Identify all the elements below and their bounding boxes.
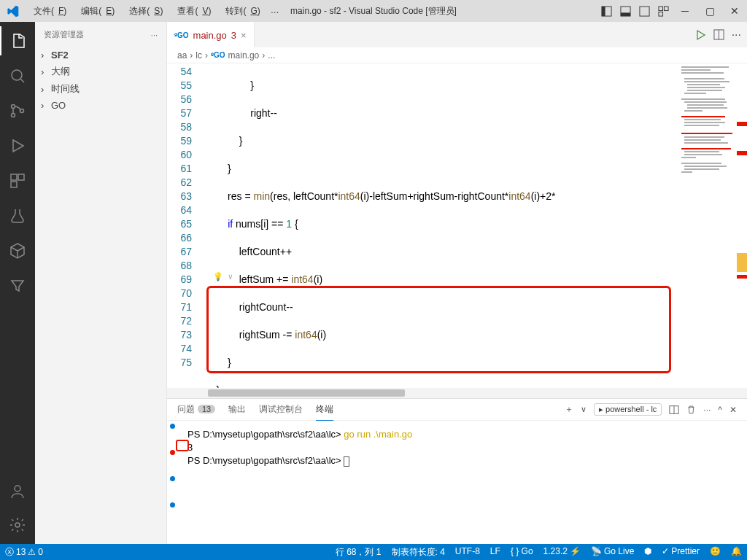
status-cursor[interactable]: 行 68，列 1 [330,546,387,559]
svg-rect-13 [18,174,24,180]
terminal-split-icon[interactable]: ∨ [581,405,587,414]
status-go-version[interactable]: 1.23.2 ⚡ [538,546,586,556]
svg-point-8 [12,70,22,80]
terminal-selector[interactable]: ▸ powershell - lc [594,403,662,416]
status-indent[interactable]: 制表符长度: 4 [387,546,450,559]
pkg-icon[interactable] [0,236,35,265]
tab-terminal[interactable]: 终端 [316,399,333,421]
sidebar-more-icon[interactable]: ··· [151,31,158,39]
go-file-icon: ᵍGO [211,51,225,59]
svg-rect-1 [601,6,605,15]
more-actions-icon[interactable]: ··· [732,28,741,42]
code-content[interactable]: } right-- } } res = min(res, leftCount*i… [205,63,747,388]
code-hints-icon[interactable]: 💡 ∨ [213,272,233,281]
svg-rect-4 [639,6,649,15]
tab-output[interactable]: 输出 [228,399,246,420]
status-feedback-icon[interactable]: 🙂 [705,546,726,556]
vscode-icon [0,5,25,18]
go-file-icon: ᵍGO [174,31,189,39]
svg-rect-14 [11,182,17,187]
panel-close-icon[interactable]: ✕ [729,405,737,415]
explorer-icon[interactable] [0,26,35,55]
sidebar-sf2[interactable]: ›SF2 [35,47,166,63]
tab-main-go[interactable]: ᵍGO main.go 3 × [167,22,255,47]
breadcrumbs[interactable]: aa›lc› ᵍGOmain.go›... [167,47,747,63]
tab-close-icon[interactable]: × [241,30,247,41]
tab-problems[interactable]: 问题13 [177,399,215,420]
svg-point-16 [15,523,20,527]
tab-debugconsole[interactable]: 调试控制台 [259,399,303,420]
line-gutter: 5455565758596061626364656667686970717273… [167,63,205,388]
new-terminal-icon[interactable]: ＋ [565,403,573,416]
panel-maximize-icon[interactable]: ^ [718,405,722,415]
extensions-icon[interactable] [0,166,35,195]
testing-icon[interactable] [0,201,35,230]
maximize-button[interactable]: ▢ [697,0,722,22]
status-language[interactable]: { } Go [506,546,538,556]
title-bar: 文件(F) 编辑(E) 选择(S) 查看(V) 转到(G) … main.go … [0,0,747,22]
status-errors[interactable]: ⓧ 13 ⚠ 0 [0,544,48,560]
status-encoding[interactable]: UTF-8 [450,546,485,556]
activity-bar [0,22,35,544]
status-golive[interactable]: 📡 Go Live [586,546,639,556]
layout-panel-icon[interactable] [616,0,635,22]
sidebar-header: 资源管理器 ··· [35,22,166,47]
split-editor-icon[interactable] [713,29,724,40]
menu-edit[interactable]: 编辑(E) [72,4,119,19]
close-button[interactable]: ✕ [722,0,747,22]
layout-secondary-icon[interactable] [635,0,654,22]
output-highlight [176,440,189,451]
menu-selection[interactable]: 选择(S) [120,4,167,19]
svg-rect-7 [658,12,662,16]
explorer-sidebar: 资源管理器 ··· ›SF2 ›大纲 ›时间线 ›GO [35,22,167,544]
svg-point-10 [12,114,15,117]
run-icon[interactable] [694,29,706,41]
horizontal-scrollbar[interactable] [167,388,747,398]
sidebar-outline[interactable]: ›大纲 [35,63,166,80]
editor-tabs: ᵍGO main.go 3 × ··· [167,22,747,47]
svg-rect-12 [11,174,17,180]
minimize-button[interactable]: ─ [673,0,697,22]
layout-primary-icon[interactable] [597,0,616,22]
sidebar-timeline[interactable]: ›时间线 [35,80,166,98]
code-editor[interactable]: 5455565758596061626364656667686970717273… [167,63,747,388]
menu-view[interactable]: 查看(V) [169,4,215,19]
status-prettier[interactable]: ✓ Prettier [657,546,705,556]
status-bar: ⓧ 13 ⚠ 0 行 68，列 1 制表符长度: 4 UTF-8 LF { } … [0,544,747,560]
source-control-icon[interactable] [0,96,35,125]
svg-point-9 [12,105,15,109]
search-icon[interactable] [0,61,35,90]
panel-tabs: 问题13 输出 调试控制台 终端 ＋ ∨ ▸ powershell - lc ·… [167,399,747,421]
layout-customize-icon[interactable] [654,0,673,22]
panel-more-icon[interactable]: ··· [703,405,711,415]
sidebar-go[interactable]: ›GO [35,98,166,113]
window-title: main.go - sf2 - Visual Studio Code [管理员] [290,5,457,18]
accounts-icon[interactable] [0,477,35,506]
menu-more[interactable]: … [266,4,284,19]
panel: 问题13 输出 调试控制台 终端 ＋ ∨ ▸ powershell - lc ·… [167,398,747,544]
run-debug-icon[interactable] [0,131,35,160]
status-eol[interactable]: LF [485,546,506,556]
split-panel-icon[interactable] [669,405,679,415]
settings-gear-icon[interactable] [0,510,35,540]
status-ext-icon[interactable]: ⬢ [639,546,657,556]
menu-file[interactable]: 文件(F) [25,4,71,19]
editor-area: ᵍGO main.go 3 × ··· aa›lc› ᵍGOmain.go›..… [167,22,747,544]
svg-point-15 [15,486,20,491]
filter-icon[interactable] [0,271,35,300]
svg-rect-5 [658,6,662,10]
menu-bar: 文件(F) 编辑(E) 选择(S) 查看(V) 转到(G) … [25,4,284,19]
overview-ruler[interactable] [737,63,747,388]
kill-terminal-icon[interactable] [686,405,696,415]
menu-go[interactable]: 转到(G) [217,4,264,19]
status-bell-icon[interactable]: 🔔 [726,546,747,556]
svg-rect-3 [620,12,630,16]
terminal-body[interactable]: PS D:\mysetup\gopath\src\sf2\aa\lc> go r… [167,421,747,544]
svg-rect-6 [664,6,668,10]
